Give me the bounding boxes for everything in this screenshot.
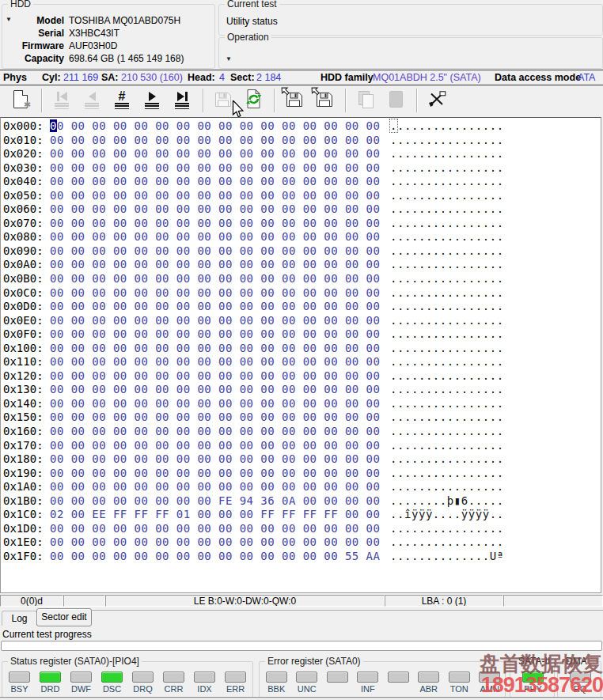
hex-row[interactable]: 0x170:00 00 00 00 00 00 00 00 00 00 00 0… <box>1 439 601 453</box>
hex-row[interactable]: 0x000:00 00 00 00 00 00 00 00 00 00 00 0… <box>1 119 601 134</box>
hex-ascii[interactable]: ................ <box>390 189 504 203</box>
hex-row[interactable]: 0x190:00 00 00 00 00 00 00 00 00 00 00 0… <box>1 467 601 481</box>
hex-bytes[interactable]: 02 00 EE FF FF FF 01 00 00 00 FF FF FF F… <box>50 508 380 522</box>
hex-ascii[interactable]: ................ <box>390 230 504 244</box>
hex-ascii[interactable]: ................ <box>390 342 504 356</box>
hex-row[interactable]: 0x1B0:00 00 00 00 00 00 00 00 FE 94 36 0… <box>1 494 601 509</box>
hex-ascii[interactable]: ................ <box>390 452 504 467</box>
hex-row[interactable]: 0x0E0:00 00 00 00 00 00 00 00 00 00 00 0… <box>1 314 601 328</box>
hex-bytes[interactable]: 00 00 00 00 00 00 00 00 00 00 00 00 00 0… <box>50 327 380 342</box>
hex-ascii[interactable]: ................ <box>390 425 504 439</box>
hex-bytes[interactable]: 00 00 00 00 00 00 00 00 00 00 00 00 00 0… <box>50 161 380 176</box>
hex-row[interactable]: 0x1A0:00 00 00 00 00 00 00 00 00 00 00 0… <box>1 480 601 494</box>
hex-ascii[interactable]: ................ <box>390 355 504 369</box>
hex-bytes[interactable]: 00 00 00 00 00 00 00 00 FE 94 36 0A 00 0… <box>50 494 380 509</box>
hex-ascii[interactable]: ..îÿÿÿ....ÿÿÿÿ.. <box>390 508 504 522</box>
next-sector-button[interactable] <box>138 86 166 115</box>
hex-row[interactable]: 0x070:00 00 00 00 00 00 00 00 00 00 00 0… <box>1 217 601 231</box>
hex-cursor[interactable]: 0 <box>50 119 57 132</box>
hex-ascii[interactable]: ..............Uª <box>390 550 504 564</box>
hex-ascii[interactable]: ................ <box>390 314 504 328</box>
hex-ascii[interactable]: ................ <box>390 369 504 384</box>
last-sector-button[interactable] <box>168 86 196 115</box>
hex-ascii[interactable]: ................ <box>390 397 504 411</box>
hex-bytes[interactable]: 00 00 00 00 00 00 00 00 00 00 00 00 00 0… <box>50 119 380 134</box>
hex-ascii[interactable]: ................ <box>390 202 504 217</box>
hex-row[interactable]: 0x0C0:00 00 00 00 00 00 00 00 00 00 00 0… <box>1 286 601 301</box>
hex-bytes[interactable]: 00 00 00 00 00 00 00 00 00 00 00 00 00 0… <box>50 355 380 369</box>
first-sector-button[interactable] <box>47 86 76 115</box>
hex-bytes[interactable]: 00 00 00 00 00 00 00 00 00 00 00 00 00 0… <box>50 217 380 231</box>
hex-row[interactable]: 0x140:00 00 00 00 00 00 00 00 00 00 00 0… <box>1 397 601 411</box>
hex-bytes[interactable]: 00 00 00 00 00 00 00 00 00 00 00 00 00 0… <box>50 300 380 314</box>
hex-row[interactable]: 0x130:00 00 00 00 00 00 00 00 00 00 00 0… <box>1 383 601 397</box>
hex-bytes[interactable]: 00 00 00 00 00 00 00 00 00 00 00 00 00 0… <box>50 230 380 244</box>
hex-ascii[interactable]: ................ <box>390 522 504 536</box>
hex-bytes[interactable]: 00 00 00 00 00 00 00 00 00 00 00 00 00 0… <box>50 550 380 564</box>
tab-log[interactable]: Log <box>2 611 37 626</box>
hex-ascii[interactable]: ................ <box>390 244 504 259</box>
load-from-file-button[interactable] <box>310 86 339 115</box>
hex-ascii[interactable]: ................ <box>390 119 504 134</box>
hex-bytes[interactable]: 00 00 00 00 00 00 00 00 00 00 00 00 00 0… <box>50 425 380 439</box>
save-to-file-button[interactable] <box>280 86 309 115</box>
paste-button[interactable] <box>381 86 410 115</box>
hex-row[interactable]: 0x1F0:00 00 00 00 00 00 00 00 00 00 00 0… <box>1 550 601 564</box>
new-sector-button[interactable]: ✱ <box>6 86 35 115</box>
hex-ascii[interactable]: ................ <box>390 535 504 550</box>
hex-bytes[interactable]: 00 00 00 00 00 00 00 00 00 00 00 00 00 0… <box>50 134 380 148</box>
hex-bytes[interactable]: 00 00 00 00 00 00 00 00 00 00 00 00 00 0… <box>50 411 380 425</box>
reread-sector-button[interactable] <box>239 86 267 115</box>
hex-ascii[interactable]: ................ <box>390 272 504 286</box>
copy-button[interactable] <box>351 86 380 115</box>
hex-ascii[interactable]: ................ <box>390 175 504 189</box>
hex-bytes[interactable]: 00 00 00 00 00 00 00 00 00 00 00 00 00 0… <box>50 535 380 550</box>
hex-ascii[interactable]: ................ <box>390 300 504 314</box>
tools-button[interactable] <box>423 86 451 115</box>
hex-row[interactable]: 0x040:00 00 00 00 00 00 00 00 00 00 00 0… <box>1 175 601 189</box>
hex-ascii[interactable]: ................ <box>390 439 504 453</box>
hex-bytes[interactable]: 00 00 00 00 00 00 00 00 00 00 00 00 00 0… <box>50 147 380 161</box>
hex-ascii[interactable]: ........þ▮6..... <box>390 494 504 509</box>
hex-bytes[interactable]: 00 00 00 00 00 00 00 00 00 00 00 00 00 0… <box>50 383 380 397</box>
hex-bytes[interactable]: 00 00 00 00 00 00 00 00 00 00 00 00 00 0… <box>50 369 380 384</box>
tab-sector-edit[interactable]: Sector edit <box>36 608 92 626</box>
hex-bytes[interactable]: 00 00 00 00 00 00 00 00 00 00 00 00 00 0… <box>50 467 380 481</box>
hex-bytes[interactable]: 00 00 00 00 00 00 00 00 00 00 00 00 00 0… <box>50 480 380 494</box>
hex-ascii[interactable]: ................ <box>390 467 504 481</box>
hex-row[interactable]: 0x020:00 00 00 00 00 00 00 00 00 00 00 0… <box>1 147 601 161</box>
hex-bytes[interactable]: 00 00 00 00 00 00 00 00 00 00 00 00 00 0… <box>50 397 380 411</box>
hex-bytes[interactable]: 00 00 00 00 00 00 00 00 00 00 00 00 00 0… <box>50 342 380 356</box>
hex-bytes[interactable]: 00 00 00 00 00 00 00 00 00 00 00 00 00 0… <box>50 272 380 286</box>
hex-ascii[interactable]: ................ <box>390 217 504 231</box>
hex-bytes[interactable]: 00 00 00 00 00 00 00 00 00 00 00 00 00 0… <box>50 175 380 189</box>
hex-bytes[interactable]: 00 00 00 00 00 00 00 00 00 00 00 00 00 0… <box>50 202 380 217</box>
hex-ascii[interactable]: ................ <box>390 134 504 148</box>
hex-row[interactable]: 0x1D0:00 00 00 00 00 00 00 00 00 00 00 0… <box>1 522 601 536</box>
hex-bytes[interactable]: 00 00 00 00 00 00 00 00 00 00 00 00 00 0… <box>50 452 380 467</box>
hex-row[interactable]: 0x120:00 00 00 00 00 00 00 00 00 00 00 0… <box>1 369 601 384</box>
hex-row[interactable]: 0x100:00 00 00 00 00 00 00 00 00 00 00 0… <box>1 342 601 356</box>
hex-ascii[interactable]: ................ <box>390 147 504 161</box>
hex-row[interactable]: 0x1E0:00 00 00 00 00 00 00 00 00 00 00 0… <box>1 535 601 550</box>
hex-row[interactable]: 0x030:00 00 00 00 00 00 00 00 00 00 00 0… <box>1 161 601 176</box>
hex-bytes[interactable]: 00 00 00 00 00 00 00 00 00 00 00 00 00 0… <box>50 439 380 453</box>
hex-row[interactable]: 0x050:00 00 00 00 00 00 00 00 00 00 00 0… <box>1 189 601 203</box>
hex-row[interactable]: 0x010:00 00 00 00 00 00 00 00 00 00 00 0… <box>1 134 601 148</box>
goto-sector-button[interactable]: # <box>108 86 136 115</box>
hex-row[interactable]: 0x060:00 00 00 00 00 00 00 00 00 00 00 0… <box>1 202 601 217</box>
hex-row[interactable]: 0x0A0:00 00 00 00 00 00 00 00 00 00 00 0… <box>1 258 601 272</box>
hex-bytes[interactable]: 00 00 00 00 00 00 00 00 00 00 00 00 00 0… <box>50 258 380 272</box>
hex-ascii[interactable]: ................ <box>390 258 504 272</box>
hex-row[interactable]: 0x110:00 00 00 00 00 00 00 00 00 00 00 0… <box>1 355 601 369</box>
hex-ascii[interactable]: ................ <box>390 480 504 494</box>
hex-ascii[interactable]: ................ <box>390 161 504 176</box>
hex-row[interactable]: 0x0F0:00 00 00 00 00 00 00 00 00 00 00 0… <box>1 327 601 342</box>
hex-row[interactable]: 0x150:00 00 00 00 00 00 00 00 00 00 00 0… <box>1 411 601 425</box>
hex-row[interactable]: 0x180:00 00 00 00 00 00 00 00 00 00 00 0… <box>1 452 601 467</box>
sector-hex-editor[interactable]: 0x000:00 00 00 00 00 00 00 00 00 00 00 0… <box>0 117 601 593</box>
hex-ascii[interactable]: ................ <box>390 286 504 301</box>
hex-row[interactable]: 0x0B0:00 00 00 00 00 00 00 00 00 00 00 0… <box>1 272 601 286</box>
hex-bytes[interactable]: 00 00 00 00 00 00 00 00 00 00 00 00 00 0… <box>50 314 380 328</box>
hex-row[interactable]: 0x1C0:02 00 EE FF FF FF 01 00 00 00 FF F… <box>1 508 601 522</box>
